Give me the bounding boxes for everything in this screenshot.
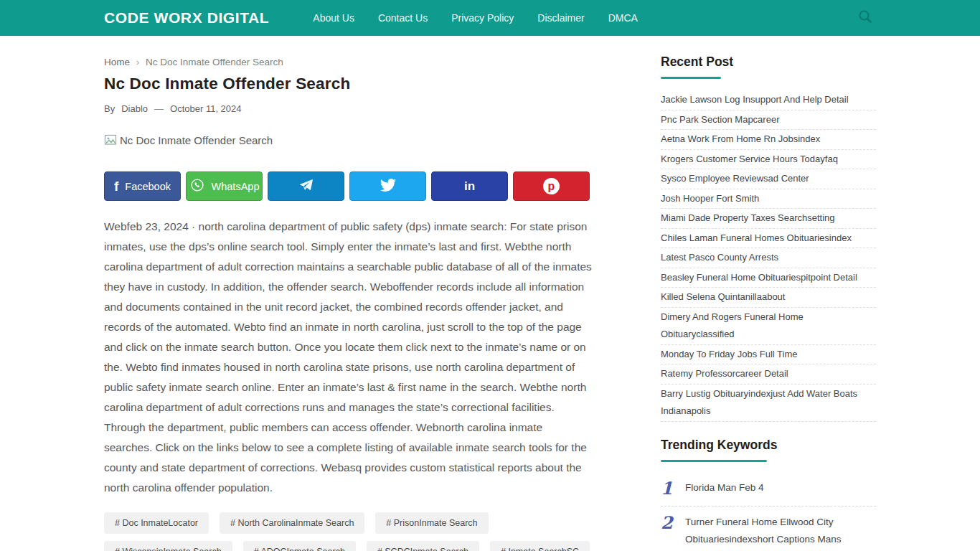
- breadcrumb: Home › Nc Doc Inmate Offender Search: [104, 57, 592, 67]
- byline-dash: —: [154, 103, 164, 114]
- recent-post-link[interactable]: Killed Selena Quintanillaabout: [661, 288, 876, 308]
- article-body: Webfeb 23, 2024 · north carolina departm…: [104, 217, 592, 498]
- twitter-icon: [380, 177, 396, 196]
- recent-post-link[interactable]: Dimery And Rogers Funeral Home Obituaryc…: [661, 308, 876, 345]
- byline-prefix: By: [104, 103, 115, 114]
- article-column: Home › Nc Doc Inmate Offender Search Nc …: [104, 36, 592, 551]
- tag-chip[interactable]: # WisconsinInmate Search: [104, 541, 232, 551]
- trending-keyword-item: 1 Florida Man Feb 4: [661, 472, 876, 507]
- image-alt-text: Nc Doc Inmate Offender Search: [120, 133, 273, 148]
- trending-rank: 2: [661, 514, 674, 551]
- breadcrumb-home[interactable]: Home: [104, 57, 130, 67]
- recent-post-link[interactable]: Latest Pasco County Arrests: [661, 248, 876, 268]
- tag-chip[interactable]: # ADOCInmate Search: [243, 541, 356, 551]
- nav-link[interactable]: Disclaimer: [537, 0, 584, 36]
- sidebar: Recent Post Jackie Lawson Log Insupport …: [661, 36, 876, 551]
- recent-post-link[interactable]: Pnc Park Section Mapcareer: [661, 110, 876, 131]
- pinterest-icon: p: [543, 178, 560, 194]
- recent-post-link[interactable]: Jackie Lawson Log Insupport And Help Det…: [661, 90, 876, 110]
- post-date: October 11, 2024: [170, 103, 242, 114]
- share-whatsapp-button[interactable]: WhatsApp: [186, 171, 263, 201]
- recent-post-widget: Recent Post Jackie Lawson Log Insupport …: [661, 55, 876, 422]
- site-logo[interactable]: CODE WORX DIGITAL: [104, 9, 269, 27]
- trending-keywords-widget: Trending Keywords 1 Florida Man Feb 4 2 …: [661, 438, 876, 551]
- page-title: Nc Doc Inmate Offender Search: [104, 75, 592, 93]
- trending-keywords-list: 1 Florida Man Feb 4 2 Turner Funeral Hom…: [661, 472, 876, 551]
- recent-post-link[interactable]: Ratemy Professorcareer Detail: [661, 364, 876, 385]
- share-facebook-label: Facebook: [125, 181, 171, 192]
- recent-post-title: Recent Post: [661, 55, 876, 79]
- trending-keyword-item: 2 Turner Funeral Home Ellwood City Obitu…: [661, 507, 876, 551]
- broken-image-icon: [104, 133, 118, 151]
- linkedin-icon: in: [464, 180, 475, 192]
- search-icon: [857, 9, 873, 27]
- trending-keyword-link[interactable]: Turner Funeral Home Ellwood City Obituar…: [685, 514, 876, 551]
- tag-chip[interactable]: # Doc InmateLocator: [104, 512, 209, 534]
- trending-keyword-link[interactable]: Florida Man Feb 4: [685, 479, 764, 497]
- whatsapp-icon: [189, 177, 205, 196]
- page-body: Home › Nc Doc Inmate Offender Search Nc …: [0, 36, 980, 551]
- recent-post-link[interactable]: Barry Lustig Obituaryindexjust Add Water…: [661, 385, 876, 422]
- breadcrumb-separator-icon: ›: [136, 57, 139, 67]
- nav-link[interactable]: DMCA: [608, 0, 638, 36]
- tag-chip[interactable]: # Inmate SearchSC: [490, 541, 590, 551]
- share-linkedin-button[interactable]: in: [431, 171, 508, 201]
- share-facebook-button[interactable]: f Facebook: [104, 171, 181, 201]
- tag-list: # Doc InmateLocator# North CarolinaInmat…: [104, 512, 592, 551]
- telegram-icon: [298, 177, 314, 196]
- recent-post-list: Jackie Lawson Log Insupport And Help Det…: [661, 90, 876, 422]
- tag-chip[interactable]: # SCDCInmate Search: [367, 541, 479, 551]
- nav-link[interactable]: Contact Us: [378, 0, 428, 36]
- recent-post-link[interactable]: Sysco Employee Reviewsad Center: [661, 169, 876, 189]
- breadcrumb-current: Nc Doc Inmate Offender Search: [146, 57, 283, 67]
- recent-post-link[interactable]: Beasley Funeral Home Obituariespitpoint …: [661, 268, 876, 288]
- share-whatsapp-label: WhatsApp: [212, 181, 260, 192]
- recent-post-link[interactable]: Josh Hooper Fort Smith: [661, 189, 876, 209]
- site-header: CODE WORX DIGITAL About UsContact UsPriv…: [0, 0, 980, 36]
- share-twitter-button[interactable]: [349, 171, 426, 201]
- trending-keywords-title: Trending Keywords: [661, 438, 876, 462]
- share-pinterest-button[interactable]: p: [513, 171, 590, 201]
- nav-link[interactable]: About Us: [313, 0, 354, 36]
- tag-chip[interactable]: # North CarolinaInmate Search: [220, 512, 364, 534]
- tag-chip[interactable]: # PrisonInmate Search: [375, 512, 488, 534]
- facebook-icon: f: [114, 179, 118, 193]
- author-link[interactable]: Diablo: [121, 103, 148, 114]
- nav-link[interactable]: Privacy Policy: [451, 0, 514, 36]
- recent-post-link[interactable]: Miami Dade Property Taxes Searchsetting: [661, 209, 876, 229]
- share-buttons: f Facebook WhatsApp: [104, 171, 592, 201]
- recent-post-link[interactable]: Chiles Laman Funeral Homes Obituariesind…: [661, 229, 876, 249]
- recent-post-link[interactable]: Krogers Customer Service Hours Todayfaq: [661, 150, 876, 170]
- search-button[interactable]: [857, 9, 874, 27]
- recent-post-link[interactable]: Aetna Work From Home Rn Jobsindex: [661, 130, 876, 150]
- share-telegram-button[interactable]: [268, 171, 344, 201]
- main-nav: About UsContact UsPrivacy PolicyDisclaim…: [313, 0, 638, 36]
- recent-post-link[interactable]: Monday To Friday Jobs Full Time: [661, 345, 876, 365]
- byline: By Diablo — October 11, 2024: [104, 103, 592, 114]
- article-image-placeholder: Nc Doc Inmate Offender Search: [104, 133, 592, 151]
- trending-rank: 1: [661, 479, 674, 497]
